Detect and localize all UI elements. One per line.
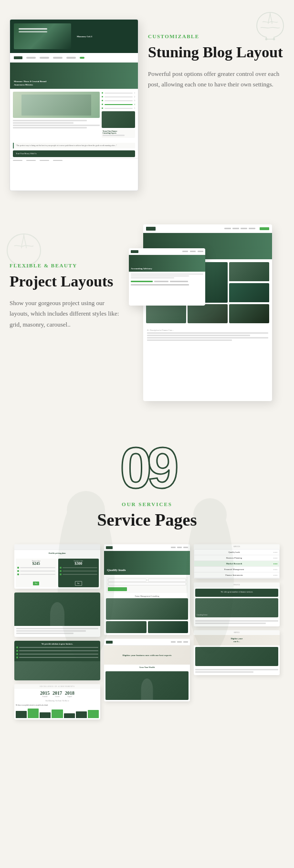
stat-year-1: 2015 bbox=[40, 690, 50, 696]
service-list-item-3: Market Research bbox=[194, 561, 279, 567]
digitize-title: Digitize your business now with our best… bbox=[123, 654, 172, 656]
pricing-cards: Business Offer $245 Buy Enterprise Offer… bbox=[14, 557, 100, 589]
price-card-business: Business Offer $245 Buy bbox=[16, 559, 57, 587]
people-image-screen bbox=[14, 593, 100, 637]
service-count: 09 bbox=[10, 439, 284, 497]
services-title: Service Pages bbox=[10, 510, 284, 530]
digitize-bottom-title: Digitize yourour b... bbox=[196, 637, 277, 644]
blog-img-1 bbox=[13, 92, 100, 118]
service-screenshots-grid: flexible pricing plans Business Offer $2… bbox=[10, 544, 284, 720]
price-btn-1[interactable]: Buy bbox=[33, 582, 39, 585]
masonry-img-3 bbox=[229, 262, 269, 281]
blog-screen-top: Masonry Col-3 bbox=[10, 20, 138, 53]
pricing-header: flexible pricing plans bbox=[14, 550, 100, 557]
qualify-content: Future Management Consulting bbox=[104, 575, 190, 635]
masonry-item bbox=[229, 283, 269, 303]
blog-footer-banner: Trust Your Money With Us bbox=[13, 150, 135, 157]
bar-5 bbox=[64, 713, 75, 718]
service-list: Qualify leads Business Planning Market R… bbox=[194, 549, 280, 579]
service-col-middle: Qualify leads bbox=[104, 544, 190, 720]
brain-icon bbox=[251, 5, 289, 43]
pricing-nav bbox=[14, 544, 100, 550]
service-list-screen: Services Qualify leads Business Planning… bbox=[194, 544, 280, 579]
blog-screenshot: Masonry Col-3 Measure These 8 Crucial Br… bbox=[10, 19, 138, 191]
text-line bbox=[13, 127, 87, 128]
bar-3 bbox=[40, 712, 51, 718]
masonry-item bbox=[229, 262, 269, 282]
qualify-hero-title: Qualify leads bbox=[107, 568, 126, 572]
blog-title: Stuning Blog Layout bbox=[148, 43, 284, 61]
blog-content: 1 2 3 bbox=[10, 89, 138, 141]
masonry-item bbox=[188, 304, 228, 323]
section-blog: Masonry Col-3 Measure These 8 Crucial Br… bbox=[0, 0, 294, 210]
form-row-2 bbox=[108, 582, 186, 585]
masonry-img-6 bbox=[146, 304, 186, 323]
overlay-hero: Accounting Advisory bbox=[129, 255, 205, 272]
project-screenshots: Accounting Advisory bbox=[129, 224, 284, 401]
service-list-item-1: Qualify leads bbox=[194, 550, 279, 555]
masonry-item bbox=[146, 304, 186, 323]
svg-point-1 bbox=[273, 38, 275, 41]
offer-text: We offer great number of finance service… bbox=[197, 591, 276, 593]
project-nav bbox=[143, 224, 272, 233]
qualify-logo bbox=[106, 546, 113, 549]
service-list-item-4: Financial Management bbox=[194, 567, 279, 572]
overlay-content bbox=[129, 272, 205, 287]
pricing-screen: flexible pricing plans Business Offer $2… bbox=[14, 544, 100, 589]
bar-1 bbox=[16, 711, 27, 718]
section-services: 09 OUR SERVICES Service Pages flexible p… bbox=[0, 420, 294, 734]
price-card-enterprise: Enterprise Offer $300 Buy bbox=[58, 559, 99, 587]
section-project: FLEXIBLE & BEAUTY Project Layouts Show y… bbox=[0, 210, 294, 420]
form-field-2[interactable] bbox=[148, 579, 187, 582]
offer-screen: Finance We offer great number of finance… bbox=[194, 582, 280, 626]
digitize-screen: Service Digitize yourour b... bbox=[194, 630, 280, 676]
qualify-image bbox=[106, 598, 188, 620]
blog-quote: "The perfect way to bring out the best i… bbox=[13, 143, 135, 148]
service-list-item-5: Finance Instruments bbox=[194, 572, 279, 578]
qualify-bottom-screen: Digitize your business now with our best… bbox=[104, 639, 190, 701]
bar-7 bbox=[88, 710, 99, 718]
consulting-label: Consulting Service bbox=[197, 614, 208, 616]
service-col-left: flexible pricing plans Business Offer $2… bbox=[14, 544, 100, 720]
form-field-3[interactable] bbox=[108, 582, 186, 585]
qualify-hero: Qualify leads bbox=[104, 551, 190, 575]
price-value-2: $300 bbox=[60, 562, 98, 566]
blog-content-left bbox=[13, 92, 100, 138]
blog-content-right: 1 2 3 bbox=[102, 92, 135, 138]
offer-green-box: We offer great number of finance service… bbox=[195, 589, 278, 597]
form-field-1[interactable] bbox=[108, 579, 147, 582]
project-title: Project Layouts bbox=[10, 272, 119, 290]
blog-screenshot-wrapper: Masonry Col-3 Measure These 8 Crucial Br… bbox=[10, 19, 138, 191]
qualify-bottom-hero: Digitize your business now with our best… bbox=[104, 646, 190, 665]
qualify-bottom-nav bbox=[104, 639, 190, 646]
price-value-1: $245 bbox=[17, 562, 55, 566]
project-description: Show your gorgeous project using our lay… bbox=[10, 298, 119, 329]
form-submit[interactable] bbox=[108, 587, 127, 591]
masonry-img-5 bbox=[229, 283, 269, 302]
grow-business-screen: We provide solutions to grow business. bbox=[14, 641, 100, 680]
future-consulting-label: Future Management Consulting bbox=[106, 595, 188, 597]
masonry-img-7 bbox=[188, 304, 228, 323]
service-col-right: Services Qualify leads Business Planning… bbox=[194, 544, 280, 720]
qualify-form bbox=[106, 577, 188, 593]
svg-point-0 bbox=[265, 38, 268, 41]
consulting-image: Consulting Service bbox=[195, 598, 278, 617]
text-line bbox=[13, 120, 87, 121]
blog-hero-image bbox=[14, 23, 71, 49]
blog-nav bbox=[10, 53, 138, 63]
bar-2 bbox=[28, 709, 39, 718]
bar-6 bbox=[76, 711, 87, 718]
bar-4 bbox=[52, 709, 63, 718]
excellence-screen: excellence in achievements 2015 Founded … bbox=[14, 684, 100, 720]
masonry-img-8 bbox=[229, 304, 269, 323]
project-overlay-screenshot: Accounting Advisory bbox=[129, 248, 205, 306]
project-description-row: 01. Description for Finance Case... bbox=[143, 326, 272, 345]
pricing-title: flexible pricing plans bbox=[16, 552, 98, 554]
stat-year-3: 2018 bbox=[65, 690, 74, 696]
bar-chart bbox=[14, 708, 100, 720]
price-btn-2[interactable]: Buy bbox=[75, 581, 82, 586]
masonry-item bbox=[229, 304, 269, 323]
blog-description: Powerful post options offer greater cont… bbox=[148, 69, 284, 90]
brain-icon-left bbox=[0, 224, 48, 272]
form-row-1 bbox=[108, 579, 186, 582]
